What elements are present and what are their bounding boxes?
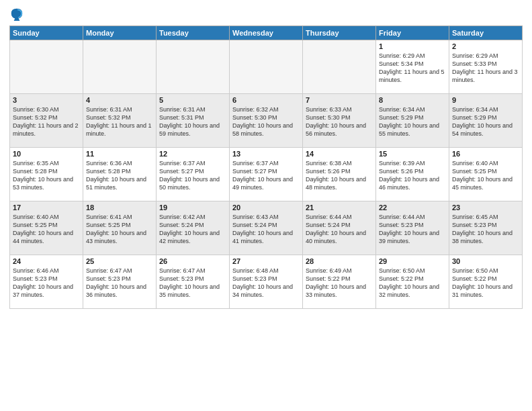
day-info: Sunrise: 6:42 AM Sunset: 5:24 PM Dayligh… — [159, 213, 226, 246]
calendar-cell: 27Sunrise: 6:48 AM Sunset: 5:23 PM Dayli… — [230, 255, 303, 309]
calendar-cell: 15Sunrise: 6:39 AM Sunset: 5:26 PM Dayli… — [376, 148, 449, 201]
day-info: Sunrise: 6:46 AM Sunset: 5:23 PM Dayligh… — [13, 267, 80, 300]
calendar-cell — [83, 40, 157, 94]
calendar-header-thursday: Thursday — [303, 26, 376, 40]
day-number: 18 — [86, 203, 153, 212]
day-number: 22 — [379, 203, 446, 212]
day-info: Sunrise: 6:45 AM Sunset: 5:23 PM Dayligh… — [452, 213, 519, 246]
calendar-week-4: 24Sunrise: 6:46 AM Sunset: 5:23 PM Dayli… — [10, 255, 523, 309]
day-number: 23 — [452, 203, 519, 212]
calendar-cell: 20Sunrise: 6:43 AM Sunset: 5:24 PM Dayli… — [230, 201, 303, 255]
calendar-cell — [303, 40, 376, 94]
day-number: 25 — [86, 257, 153, 265]
main-container: SundayMondayTuesdayWednesdayThursdayFrid… — [0, 0, 532, 313]
day-number: 19 — [159, 203, 226, 212]
day-info: Sunrise: 6:38 AM Sunset: 5:26 PM Dayligh… — [306, 159, 373, 192]
day-number: 9 — [452, 96, 519, 104]
calendar-cell — [230, 40, 303, 94]
calendar-cell — [10, 40, 83, 94]
calendar-cell: 18Sunrise: 6:41 AM Sunset: 5:25 PM Dayli… — [83, 201, 157, 255]
day-info: Sunrise: 6:33 AM Sunset: 5:30 PM Dayligh… — [306, 105, 373, 138]
calendar-cell: 14Sunrise: 6:38 AM Sunset: 5:26 PM Dayli… — [303, 148, 376, 201]
calendar-cell: 26Sunrise: 6:47 AM Sunset: 5:23 PM Dayli… — [157, 255, 230, 309]
day-info: Sunrise: 6:32 AM Sunset: 5:30 PM Dayligh… — [232, 105, 300, 138]
day-info: Sunrise: 6:37 AM Sunset: 5:27 PM Dayligh… — [159, 159, 226, 192]
calendar-cell: 29Sunrise: 6:50 AM Sunset: 5:22 PM Dayli… — [376, 255, 449, 309]
day-number: 7 — [306, 96, 373, 104]
day-info: Sunrise: 6:50 AM Sunset: 5:22 PM Dayligh… — [452, 267, 519, 300]
day-number: 4 — [86, 96, 153, 104]
calendar-header-row: SundayMondayTuesdayWednesdayThursdayFrid… — [10, 26, 523, 40]
day-info: Sunrise: 6:50 AM Sunset: 5:22 PM Dayligh… — [379, 267, 446, 300]
calendar-cell: 22Sunrise: 6:44 AM Sunset: 5:23 PM Dayli… — [376, 201, 449, 255]
logo-icon — [9, 7, 24, 21]
day-number: 16 — [452, 150, 519, 158]
day-info: Sunrise: 6:44 AM Sunset: 5:24 PM Dayligh… — [306, 213, 373, 246]
calendar-cell — [157, 40, 230, 94]
calendar-cell: 11Sunrise: 6:36 AM Sunset: 5:28 PM Dayli… — [83, 148, 157, 201]
day-number: 2 — [452, 42, 519, 50]
calendar-week-0: 1Sunrise: 6:29 AM Sunset: 5:34 PM Daylig… — [10, 40, 523, 94]
day-info: Sunrise: 6:30 AM Sunset: 5:32 PM Dayligh… — [13, 105, 80, 138]
day-info: Sunrise: 6:40 AM Sunset: 5:25 PM Dayligh… — [452, 159, 519, 192]
day-info: Sunrise: 6:34 AM Sunset: 5:29 PM Dayligh… — [379, 105, 446, 138]
calendar-cell: 1Sunrise: 6:29 AM Sunset: 5:34 PM Daylig… — [376, 40, 449, 94]
calendar-cell: 12Sunrise: 6:37 AM Sunset: 5:27 PM Dayli… — [157, 148, 230, 201]
logo — [9, 7, 27, 21]
day-info: Sunrise: 6:48 AM Sunset: 5:23 PM Dayligh… — [232, 267, 300, 300]
calendar-cell: 2Sunrise: 6:29 AM Sunset: 5:33 PM Daylig… — [449, 40, 523, 94]
day-info: Sunrise: 6:40 AM Sunset: 5:25 PM Dayligh… — [13, 213, 80, 246]
day-number: 14 — [306, 150, 373, 158]
day-number: 3 — [13, 96, 80, 104]
day-info: Sunrise: 6:47 AM Sunset: 5:23 PM Dayligh… — [159, 267, 226, 300]
day-number: 28 — [306, 257, 373, 265]
day-number: 30 — [452, 257, 519, 265]
calendar-cell: 10Sunrise: 6:35 AM Sunset: 5:28 PM Dayli… — [10, 148, 83, 201]
day-number: 20 — [232, 203, 300, 212]
day-number: 15 — [379, 150, 446, 158]
day-info: Sunrise: 6:35 AM Sunset: 5:28 PM Dayligh… — [13, 159, 80, 192]
calendar-cell: 16Sunrise: 6:40 AM Sunset: 5:25 PM Dayli… — [449, 148, 523, 201]
day-info: Sunrise: 6:36 AM Sunset: 5:28 PM Dayligh… — [86, 159, 153, 192]
calendar-cell: 3Sunrise: 6:30 AM Sunset: 5:32 PM Daylig… — [10, 94, 83, 148]
calendar-table: SundayMondayTuesdayWednesdayThursdayFrid… — [9, 26, 523, 309]
calendar-week-3: 17Sunrise: 6:40 AM Sunset: 5:25 PM Dayli… — [10, 201, 523, 255]
day-number: 6 — [232, 96, 300, 104]
day-number: 21 — [306, 203, 373, 212]
day-info: Sunrise: 6:31 AM Sunset: 5:32 PM Dayligh… — [86, 105, 153, 138]
day-info: Sunrise: 6:43 AM Sunset: 5:24 PM Dayligh… — [232, 213, 300, 246]
calendar-week-2: 10Sunrise: 6:35 AM Sunset: 5:28 PM Dayli… — [10, 148, 523, 201]
calendar-header-friday: Friday — [376, 26, 449, 40]
calendar-cell: 30Sunrise: 6:50 AM Sunset: 5:22 PM Dayli… — [449, 255, 523, 309]
day-number: 24 — [13, 257, 80, 265]
day-number: 8 — [379, 96, 446, 104]
day-number: 27 — [232, 257, 300, 265]
day-info: Sunrise: 6:29 AM Sunset: 5:34 PM Dayligh… — [379, 52, 446, 85]
day-info: Sunrise: 6:31 AM Sunset: 5:31 PM Dayligh… — [159, 105, 226, 138]
day-info: Sunrise: 6:47 AM Sunset: 5:23 PM Dayligh… — [86, 267, 153, 300]
header-row — [9, 7, 523, 21]
calendar-cell: 13Sunrise: 6:37 AM Sunset: 5:27 PM Dayli… — [230, 148, 303, 201]
calendar-cell: 7Sunrise: 6:33 AM Sunset: 5:30 PM Daylig… — [303, 94, 376, 148]
calendar-cell: 24Sunrise: 6:46 AM Sunset: 5:23 PM Dayli… — [10, 255, 83, 309]
calendar-header-monday: Monday — [83, 26, 157, 40]
calendar-body: 1Sunrise: 6:29 AM Sunset: 5:34 PM Daylig… — [10, 40, 523, 309]
calendar-cell: 6Sunrise: 6:32 AM Sunset: 5:30 PM Daylig… — [230, 94, 303, 148]
day-info: Sunrise: 6:44 AM Sunset: 5:23 PM Dayligh… — [379, 213, 446, 246]
day-info: Sunrise: 6:41 AM Sunset: 5:25 PM Dayligh… — [86, 213, 153, 246]
calendar-cell: 21Sunrise: 6:44 AM Sunset: 5:24 PM Dayli… — [303, 201, 376, 255]
calendar-cell: 23Sunrise: 6:45 AM Sunset: 5:23 PM Dayli… — [449, 201, 523, 255]
calendar-cell: 4Sunrise: 6:31 AM Sunset: 5:32 PM Daylig… — [83, 94, 157, 148]
calendar-cell: 17Sunrise: 6:40 AM Sunset: 5:25 PM Dayli… — [10, 201, 83, 255]
day-number: 5 — [159, 96, 226, 104]
day-info: Sunrise: 6:29 AM Sunset: 5:33 PM Dayligh… — [452, 52, 519, 85]
day-info: Sunrise: 6:49 AM Sunset: 5:22 PM Dayligh… — [306, 267, 373, 300]
day-number: 29 — [379, 257, 446, 265]
calendar-header-tuesday: Tuesday — [157, 26, 230, 40]
day-info: Sunrise: 6:39 AM Sunset: 5:26 PM Dayligh… — [379, 159, 446, 192]
day-info: Sunrise: 6:37 AM Sunset: 5:27 PM Dayligh… — [232, 159, 300, 192]
calendar-cell: 9Sunrise: 6:34 AM Sunset: 5:29 PM Daylig… — [449, 94, 523, 148]
calendar-cell: 28Sunrise: 6:49 AM Sunset: 5:22 PM Dayli… — [303, 255, 376, 309]
day-number: 17 — [13, 203, 80, 212]
calendar-header-saturday: Saturday — [449, 26, 523, 40]
